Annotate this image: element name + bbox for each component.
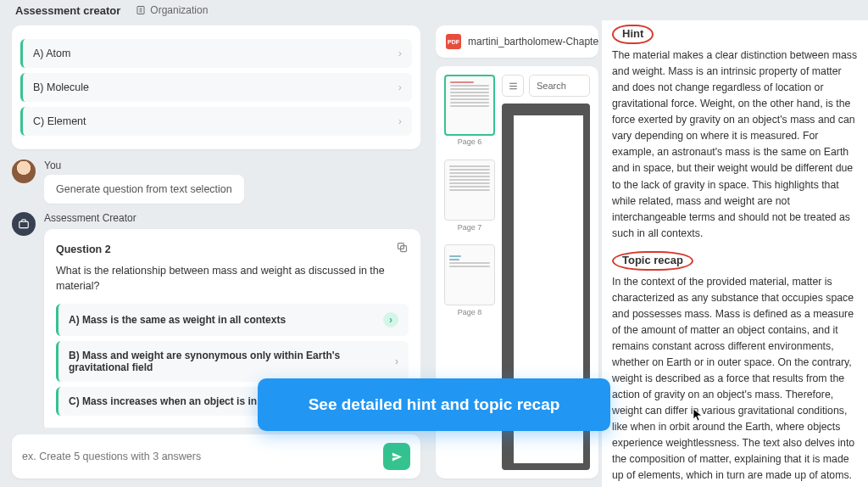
send-button[interactable] xyxy=(383,443,410,470)
answer-option[interactable]: B) Molecule › xyxy=(20,73,412,102)
copy-button[interactable] xyxy=(396,241,409,257)
recap-p1: In the context of the provided material,… xyxy=(612,274,858,484)
answer-label: A) Atom xyxy=(33,48,70,59)
answer-label: B) Mass and weight are synonymous only w… xyxy=(69,350,395,373)
topbar: Assessment creator Organization xyxy=(0,0,868,20)
answer-label: C) Element xyxy=(33,115,86,127)
file-name: martini_bartholomew-Chapter2.p xyxy=(468,36,598,48)
menu-icon xyxy=(508,81,519,92)
page-thumbnail[interactable] xyxy=(444,75,495,136)
answer-option[interactable]: A) Atom › xyxy=(20,39,412,68)
organization-icon xyxy=(136,5,146,15)
search-button[interactable]: Search xyxy=(529,75,590,97)
answer-label: C) Mass increases when an object is in o… xyxy=(69,395,282,407)
page-thumbnail[interactable] xyxy=(444,244,495,305)
svg-rect-1 xyxy=(19,221,29,228)
question-text: What is the relationship between mass an… xyxy=(56,264,409,294)
file-chip[interactable]: PDF martini_bartholomew-Chapter2.p xyxy=(436,25,598,58)
avatar xyxy=(12,160,36,183)
chevron-right-icon: › xyxy=(395,355,398,367)
recap-heading: Topic recap xyxy=(612,252,693,269)
org-link[interactable]: Organization xyxy=(136,4,208,16)
hint-body: The material makes a clear distinction b… xyxy=(612,48,858,242)
pdf-icon: PDF xyxy=(446,34,461,49)
answer-label: A) Mass is the same as weight in all con… xyxy=(69,314,286,326)
composer xyxy=(12,434,420,479)
previous-answers-card: A) Atom › B) Molecule › C) Element › xyxy=(12,25,420,149)
page-title: Assessment creator xyxy=(15,4,120,17)
chevron-right-icon: › xyxy=(383,312,398,327)
user-message-row: You Generate question from text selectio… xyxy=(12,160,420,204)
chevron-right-icon: › xyxy=(398,48,402,59)
briefcase-icon xyxy=(18,218,30,230)
copy-icon xyxy=(396,241,409,254)
bot-avatar xyxy=(12,212,36,236)
answer-option[interactable]: B) Mass and weight are synonymous only w… xyxy=(56,341,409,382)
user-bubble: Generate question from text selection xyxy=(44,175,244,204)
send-icon xyxy=(391,451,403,463)
banner-text: See detailed hint and topic recap xyxy=(309,395,560,414)
menu-button[interactable] xyxy=(502,75,524,97)
message-input[interactable] xyxy=(22,451,383,462)
hint-panel: Hint The material makes a clear distinct… xyxy=(602,20,868,487)
org-label: Organization xyxy=(150,4,208,16)
hint-heading: Hint xyxy=(612,25,654,42)
bot-name: Assessment Creator xyxy=(44,212,420,224)
question-number: Question 2 xyxy=(56,244,111,255)
answer-label: B) Molecule xyxy=(33,81,89,93)
overlay-banner[interactable]: See detailed hint and topic recap xyxy=(258,378,610,431)
answer-option[interactable]: A) Mass is the same as weight in all con… xyxy=(56,304,409,336)
page-thumbnail[interactable] xyxy=(444,160,495,221)
user-name: You xyxy=(44,160,244,171)
chevron-right-icon: › xyxy=(398,81,402,93)
answer-option[interactable]: C) Element › xyxy=(20,107,412,136)
chevron-right-icon: › xyxy=(398,115,402,127)
